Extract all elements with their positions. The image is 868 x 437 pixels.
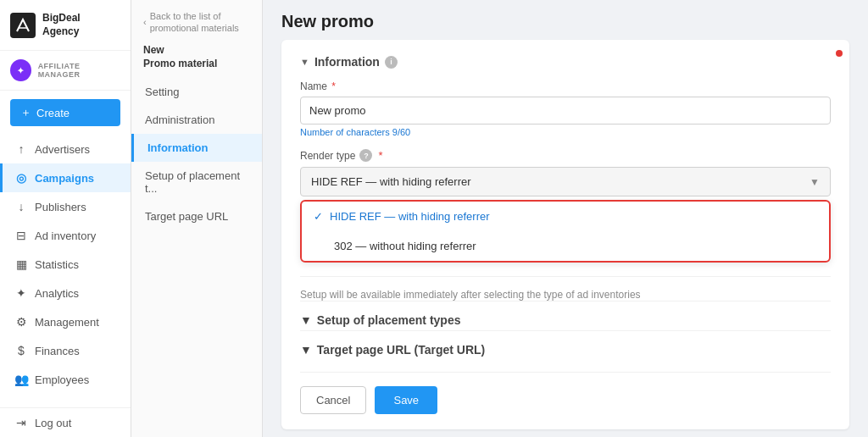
affiliate-icon: ✦	[10, 59, 31, 81]
information-section-header: ▼ Information i	[300, 55, 831, 69]
analytics-icon: ✦	[14, 286, 28, 300]
render-type-label-row: Render type ? *	[300, 149, 831, 162]
render-type-info-icon[interactable]: ?	[359, 149, 372, 162]
svg-rect-0	[10, 13, 36, 38]
sidebar: BigDeal Agency ✦ AFFILIATE MANAGER ＋ Cre…	[0, 0, 131, 437]
cancel-button[interactable]: Cancel	[300, 386, 366, 414]
name-field-group: Name * Number of characters 9/60	[300, 80, 831, 137]
subnav-item-administration[interactable]: Administration	[131, 106, 262, 134]
create-button[interactable]: ＋ Create	[10, 99, 120, 126]
char-count: Number of characters 9/60	[300, 127, 831, 137]
setup-note: Setup will be available immediately afte…	[300, 276, 831, 301]
subnav: ‹ Back to the list of promotional materi…	[131, 0, 263, 437]
subnav-item-information[interactable]: Information	[131, 134, 262, 162]
render-type-required: *	[378, 149, 382, 162]
subnav-item-setup-placement[interactable]: Setup of placement t...	[131, 162, 262, 202]
publishers-icon: ↓	[14, 200, 28, 213]
nav-publishers[interactable]: ↓ Publishers	[0, 192, 131, 221]
setup-placement-header[interactable]: ▼ Setup of placement types	[300, 313, 831, 327]
red-dot-indicator	[836, 50, 843, 57]
subnav-header: ‹ Back to the list of promotional materi…	[131, 0, 262, 78]
page-header: New promo	[263, 0, 868, 40]
page-title: New promo	[281, 12, 849, 31]
nav-campaigns[interactable]: ◎ Campaigns	[0, 163, 131, 192]
render-type-dropdown[interactable]: HIDE REF — with hiding referrer ▼	[300, 167, 831, 196]
ad-inventory-icon: ⊟	[14, 229, 28, 242]
subnav-item-target-page[interactable]: Target page URL	[131, 202, 262, 230]
nav-ad-inventory[interactable]: ⊟ Ad inventory	[0, 221, 131, 250]
info-icon[interactable]: i	[385, 56, 398, 69]
subnav-section-title: New Promo material	[143, 43, 250, 72]
logo-icon	[10, 13, 36, 38]
target-url-header[interactable]: ▼ Target page URL (Target URL)	[300, 343, 831, 357]
finances-icon: $	[14, 344, 28, 357]
advertisers-icon: ↑	[14, 142, 28, 156]
employees-icon: 👥	[14, 373, 28, 386]
render-type-option-302[interactable]: 302 — without hiding referrer	[302, 231, 829, 261]
nav-management[interactable]: ⚙ Management	[0, 307, 131, 336]
nav-analytics[interactable]: ✦ Analytics	[0, 279, 131, 307]
logo-area: BigDeal Agency	[0, 0, 131, 51]
collapse-placement-icon: ▼	[300, 313, 312, 327]
save-button[interactable]: Save	[375, 386, 437, 414]
nav-statistics[interactable]: ▦ Statistics	[0, 250, 131, 279]
button-row: Cancel Save	[300, 372, 831, 414]
nav-logout[interactable]: ⇥ Log out	[0, 408, 131, 437]
setup-placement-section: ▼ Setup of placement types	[300, 301, 831, 330]
render-type-label: Render type	[300, 150, 355, 162]
collapse-toggle-icon[interactable]: ▼	[300, 57, 309, 67]
nav-finances[interactable]: $ Finances	[0, 336, 131, 365]
main-content: New promo ▼ Information i Name * Number …	[263, 0, 868, 437]
chevron-down-icon: ▼	[810, 176, 820, 188]
management-icon: ⚙	[14, 315, 28, 329]
name-label: Name *	[300, 80, 831, 92]
campaigns-icon: ◎	[14, 171, 28, 185]
render-type-section: Render type ? * HIDE REF — with hiding r…	[300, 149, 831, 263]
check-icon: ✓	[314, 210, 323, 223]
sidebar-bottom: ⇥ Log out	[0, 407, 131, 437]
required-star: *	[331, 80, 336, 92]
render-type-option-hide-ref[interactable]: ✓ HIDE REF — with hiding referrer	[302, 202, 829, 231]
plus-icon: ＋	[20, 105, 31, 120]
back-link[interactable]: ‹ Back to the list of promotional materi…	[143, 10, 250, 35]
collapse-target-icon: ▼	[300, 343, 312, 357]
target-url-section: ▼ Target page URL (Target URL)	[300, 330, 831, 360]
logout-icon: ⇥	[14, 416, 28, 429]
statistics-icon: ▦	[14, 257, 28, 271]
nav-advertisers[interactable]: ↑ Advertisers	[0, 135, 131, 163]
brand-name: BigDeal Agency	[42, 12, 81, 38]
name-input[interactable]	[300, 97, 831, 124]
render-type-options: ✓ HIDE REF — with hiding referrer 302 — …	[300, 200, 831, 263]
chevron-left-icon: ‹	[143, 17, 147, 27]
form-card: ▼ Information i Name * Number of charact…	[281, 40, 849, 429]
affiliate-badge: ✦ AFFILIATE MANAGER	[0, 51, 131, 91]
nav-employees[interactable]: 👥 Employees	[0, 365, 131, 394]
subnav-item-setting[interactable]: Setting	[131, 78, 262, 106]
affiliate-label: AFFILIATE MANAGER	[38, 62, 120, 79]
